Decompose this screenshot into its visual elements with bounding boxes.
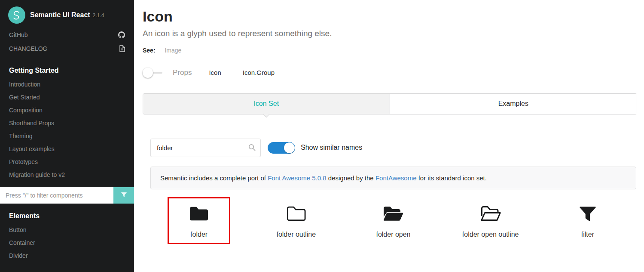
folder-open-icon [383, 204, 403, 223]
main-content: Icon An icon is a glyph used to represen… [134, 0, 644, 272]
github-link-label: GitHub [9, 31, 28, 38]
sidebar-item-prototypes[interactable]: Prototypes [0, 155, 134, 168]
icon-cell-folder-open-outline[interactable]: folder open outline [442, 197, 539, 244]
icon-label-folder-open-outline: folder open outline [462, 231, 519, 238]
font-awesome-link[interactable]: FontAwesome [375, 174, 417, 182]
props-toggle-knob [143, 68, 153, 78]
props-menu-item-icon-group[interactable]: Icon.Group [243, 69, 275, 76]
message-text-3: for its standard icon set. [417, 174, 487, 182]
tab-icon-set[interactable]: Icon Set [143, 94, 390, 114]
props-toggle-label: Props [173, 68, 192, 77]
folder-open-outline-icon [480, 204, 501, 223]
font-awesome-version-link[interactable]: Font Awesome 5.0.8 [268, 174, 326, 182]
page-title: Icon [143, 8, 637, 25]
folder-icon [189, 204, 209, 223]
show-similar-names-toggle-knob [284, 142, 295, 153]
sidebar-item-changelog[interactable]: CHANGELOG [0, 42, 134, 56]
icon-cell-folder-outline[interactable]: folder outline [247, 197, 345, 244]
icon-grid: folder folder outline [150, 197, 636, 244]
icon-label-folder-outline: folder outline [276, 231, 316, 238]
icon-search-row: Show similar names [150, 139, 636, 157]
changelog-file-icon [119, 45, 125, 52]
page-subtitle: An icon is a glyph used to represent som… [143, 29, 637, 38]
sidebar-item-theming[interactable]: Theming [0, 130, 134, 142]
component-filter-button[interactable] [113, 187, 134, 204]
semantic-ui-logo-icon [8, 6, 25, 24]
sidebar-item-divider[interactable]: Divider [0, 249, 134, 262]
sidebar-item-composition[interactable]: Composition [0, 104, 134, 117]
app-title: Semantic UI React [30, 11, 90, 19]
icon-label-folder: folder [190, 231, 208, 238]
tab-examples[interactable]: Examples [390, 94, 637, 114]
section-heading-elements: Elements [0, 208, 134, 223]
app-version: 2.1.4 [93, 12, 104, 19]
icon-label-filter: filter [581, 231, 594, 238]
tab-examples-label: Examples [498, 100, 528, 108]
see-label: See: [143, 47, 156, 54]
sidebar: Semantic UI React2.1.4 GitHub CHANGELOG … [0, 0, 134, 272]
folder-outline-icon [286, 204, 306, 223]
tab-menu: Icon Set Examples [143, 93, 637, 114]
github-icon [118, 31, 125, 38]
filter-icon [579, 204, 597, 223]
see-link-image[interactable]: Image [165, 47, 181, 54]
props-menu-item-icon[interactable]: Icon [209, 69, 221, 76]
icon-set-panel: Show similar names Semantic includes a c… [143, 114, 637, 244]
tab-icon-set-label: Icon Set [253, 100, 279, 108]
section-heading-getting-started: Getting Started [0, 62, 134, 78]
filter-funnel-icon [121, 192, 127, 199]
props-menu: Icon Icon.Group [209, 69, 275, 76]
see-also-row: See: Image [143, 47, 637, 54]
sidebar-item-migration-guide[interactable]: Migration guide to v2 [0, 168, 134, 181]
show-similar-names-label: Show similar names [301, 144, 362, 151]
font-awesome-message: Semantic includes a complete port of Fon… [150, 167, 636, 189]
sidebar-item-github[interactable]: GitHub [0, 28, 134, 42]
changelog-link-label: CHANGELOG [9, 45, 47, 52]
show-similar-names-toggle[interactable] [268, 142, 295, 154]
icon-cell-folder-open[interactable]: folder open [345, 197, 442, 244]
sidebar-item-introduction[interactable]: Introduction [0, 78, 134, 91]
sidebar-item-button[interactable]: Button [0, 223, 134, 236]
sidebar-item-container[interactable]: Container [0, 236, 134, 249]
message-text-1: Semantic includes a complete port of [160, 174, 268, 182]
icon-cell-folder[interactable]: folder [150, 197, 247, 244]
app-logo-row[interactable]: Semantic UI React2.1.4 [0, 0, 134, 28]
sidebar-item-layout-examples[interactable]: Layout examples [0, 142, 134, 155]
icon-search-input[interactable] [150, 139, 261, 157]
icon-cell-filter[interactable]: filter [539, 197, 636, 244]
props-toggle[interactable] [143, 68, 162, 78]
component-filter [0, 187, 134, 204]
sidebar-item-shorthand-props[interactable]: Shorthand Props [0, 117, 134, 130]
component-filter-input[interactable] [0, 187, 113, 204]
message-text-2: designed by the [327, 174, 375, 182]
sidebar-item-get-started[interactable]: Get Started [0, 91, 134, 104]
props-row: Props Icon Icon.Group [143, 68, 637, 78]
selection-highlight-box: folder [168, 197, 230, 244]
search-icon [248, 144, 256, 153]
icon-label-folder-open: folder open [376, 231, 410, 238]
